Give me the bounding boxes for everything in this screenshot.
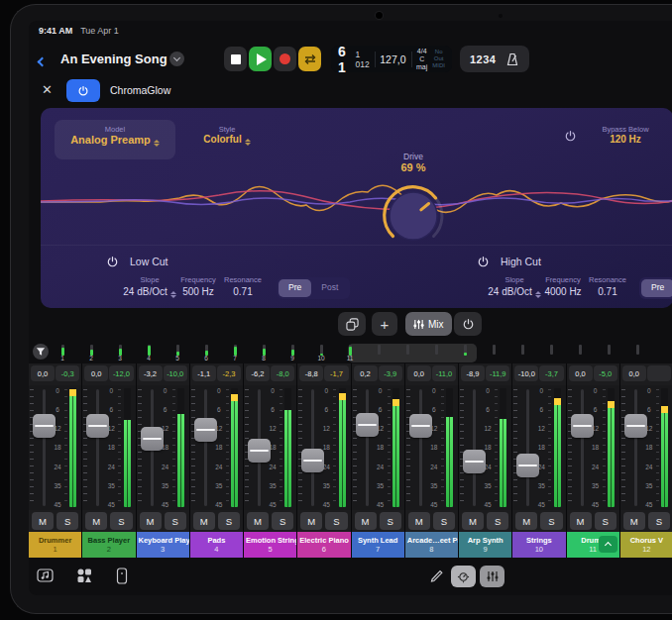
level-meter-fill	[339, 393, 346, 507]
mute-button[interactable]: M	[193, 512, 215, 530]
fader-value[interactable]: 0,2	[354, 365, 378, 381]
back-button[interactable]	[39, 52, 46, 69]
mute-button[interactable]: M	[623, 512, 645, 530]
high-cut-resonance[interactable]: Resonance 0.71	[576, 275, 639, 297]
model-selector[interactable]: Model Analog Preamp	[55, 120, 175, 159]
mute-button[interactable]: M	[32, 512, 54, 530]
track-name-button[interactable]: Electric Piano 6	[297, 532, 350, 558]
fader-value[interactable]: 0,0	[622, 365, 646, 381]
draw-button[interactable]	[429, 568, 444, 582]
bypass-below-control[interactable]: Bypass Below 120 Hz	[588, 125, 663, 145]
fader[interactable]: 061218243545	[620, 385, 672, 510]
solo-button[interactable]: S	[540, 512, 562, 530]
stop-button[interactable]	[224, 47, 247, 71]
fader[interactable]: 061218243545	[190, 385, 243, 510]
close-icon[interactable]: ✕	[42, 82, 53, 97]
solo-button[interactable]: S	[110, 512, 132, 530]
cycle-button[interactable]	[298, 47, 321, 71]
high-cut-power-button[interactable]	[477, 256, 490, 268]
fader[interactable]: 061218243545	[244, 385, 296, 510]
fader-value[interactable]: -8,9	[461, 365, 485, 381]
fader[interactable]: 061218243545	[459, 385, 511, 510]
fader-ticks	[621, 389, 625, 506]
mixer-power-button[interactable]	[454, 312, 482, 336]
track-name-button[interactable]: Pads 4	[190, 532, 243, 558]
mixer-overview[interactable]: 1234567891011	[29, 344, 672, 362]
track-name-button[interactable]: Strings 10	[512, 532, 565, 558]
fader-value[interactable]: 0,0	[407, 365, 431, 381]
keyboard-button[interactable]	[116, 568, 128, 584]
fader-value[interactable]: 0,0	[569, 365, 593, 381]
fader-value[interactable]: -1,1	[192, 365, 216, 381]
track-name-button[interactable]: Arp Synth 9	[459, 532, 511, 558]
solo-button[interactable]: S	[487, 512, 508, 530]
low-cut-resonance[interactable]: Resonance 0.71	[211, 275, 275, 297]
add-button[interactable]: +	[372, 312, 397, 336]
fader[interactable]: 061218243545	[405, 385, 458, 510]
fader[interactable]: 061218243545	[567, 385, 619, 510]
track-name-button[interactable]: Keyboard Player 3	[137, 532, 189, 558]
collapse-stack-button[interactable]	[599, 536, 617, 553]
solo-button[interactable]: S	[433, 512, 455, 530]
mute-button[interactable]: M	[355, 512, 377, 530]
drive-knob[interactable]	[379, 181, 448, 251]
fader[interactable]: 061218243545	[297, 385, 350, 510]
mute-button[interactable]: M	[570, 512, 592, 530]
fader[interactable]: 061218243545	[512, 385, 565, 510]
mute-button[interactable]: M	[515, 512, 537, 530]
solo-button[interactable]: S	[218, 512, 240, 530]
fader-value[interactable]: -6,2	[246, 365, 270, 381]
solo-button[interactable]: S	[272, 512, 293, 530]
fader[interactable]: 061218243545	[82, 385, 135, 510]
track-name-button[interactable]: Drummer 1	[29, 532, 81, 558]
record-button[interactable]	[274, 47, 296, 71]
track-name-button[interactable]: Synth Lead 7	[352, 532, 404, 558]
lcd-display[interactable]: 6 1 1 012 127,0 4/4 C maj No Out MIDI	[331, 46, 452, 72]
library-button[interactable]	[76, 568, 92, 583]
fader[interactable]: 061218243545	[137, 385, 189, 510]
pre-button[interactable]: Pre	[279, 279, 311, 297]
style-selector[interactable]: Style Colorful	[187, 125, 267, 146]
fader[interactable]: 061218243545	[29, 385, 81, 510]
mute-button[interactable]: M	[85, 512, 107, 530]
track-name-button[interactable]: Arcade…eet Pad 8	[405, 532, 458, 558]
play-button[interactable]	[249, 47, 272, 71]
mute-button[interactable]: M	[140, 512, 162, 530]
song-menu-button[interactable]	[169, 52, 184, 66]
solo-button[interactable]: S	[648, 512, 670, 530]
solo-button[interactable]: S	[380, 512, 401, 530]
mute-button[interactable]: M	[462, 512, 484, 530]
solo-button[interactable]: S	[56, 512, 78, 530]
fader-value[interactable]: -10,0	[514, 365, 538, 381]
track-name-button[interactable]: Drums 11	[567, 532, 619, 558]
track-name-button[interactable]: Bass Player 2	[82, 532, 135, 558]
controls-view-button[interactable]	[451, 566, 476, 587]
filter-icon[interactable]	[33, 344, 49, 360]
low-cut-power-button[interactable]	[106, 256, 119, 268]
song-title[interactable]: An Evening Song	[60, 52, 168, 66]
duplicate-button[interactable]	[338, 312, 366, 336]
browsers-button[interactable]	[37, 568, 54, 583]
fader-value[interactable]: 0,0	[31, 365, 55, 381]
fader-value[interactable]: -3,2	[139, 365, 163, 381]
track-name-button[interactable]: Chorus V 12	[620, 532, 672, 558]
plugin-power-button[interactable]	[66, 79, 100, 102]
mute-button[interactable]: M	[408, 512, 430, 530]
mute-button[interactable]: M	[247, 512, 269, 530]
fader-groove	[96, 389, 99, 506]
fader-value[interactable]: -8,8	[299, 365, 323, 381]
metronome-icon[interactable]	[505, 52, 519, 66]
solo-button[interactable]: S	[325, 512, 347, 530]
fader-value[interactable]: 0,0	[84, 365, 108, 381]
fader[interactable]: 061218243545	[352, 385, 404, 510]
solo-button[interactable]: S	[595, 512, 616, 530]
post-button[interactable]: Post	[311, 279, 348, 297]
mute-button[interactable]: M	[300, 512, 322, 530]
mixer-view-button[interactable]	[480, 566, 504, 587]
mix-button[interactable]: Mix	[405, 312, 452, 336]
bypass-power-button[interactable]	[564, 130, 577, 143]
solo-button[interactable]: S	[165, 512, 186, 530]
track-name-button[interactable]: Emotion Strings 5	[244, 532, 296, 558]
count-in-button[interactable]: 1234	[470, 53, 496, 65]
pre-button[interactable]: Pre	[641, 279, 672, 297]
